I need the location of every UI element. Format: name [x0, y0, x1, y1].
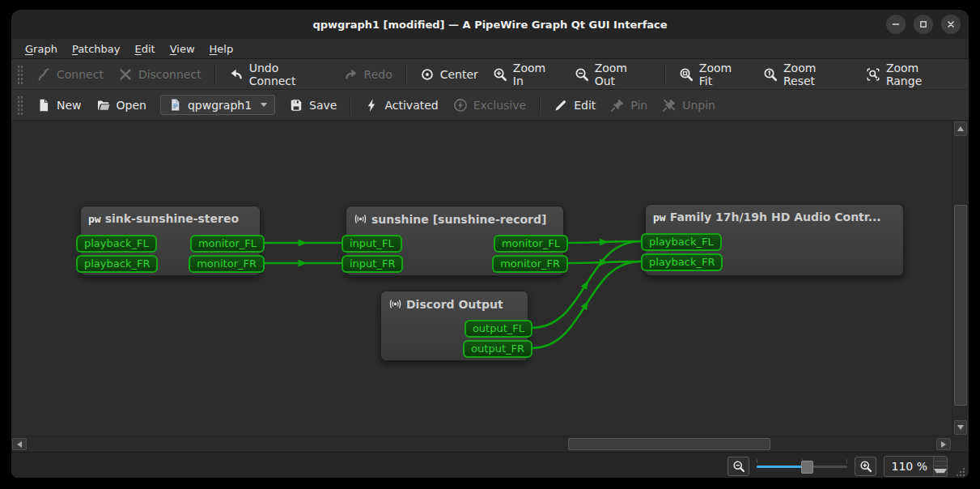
node-title: sink-sunshine-stereo: [105, 212, 239, 225]
menu-help[interactable]: Help: [202, 41, 241, 57]
port-monitor_FR[interactable]: monitor_FR: [189, 255, 265, 273]
activated-button[interactable]: Activated: [357, 95, 445, 116]
toolbar-button-label: Zoom Fit: [699, 62, 749, 87]
zoom-value[interactable]: 110 %: [885, 457, 933, 476]
minimize-button[interactable]: [886, 15, 906, 34]
zoom-out-icon: [575, 67, 589, 82]
zoom-reset-icon: [763, 67, 778, 82]
window-controls: [886, 15, 961, 34]
app-window: qpwgraph1 [modified] — A PipeWire Graph …: [11, 10, 969, 478]
zoom-out-button[interactable]: [728, 457, 749, 476]
scroll-right-button[interactable]: [936, 438, 951, 450]
scroll-left-button[interactable]: [12, 438, 27, 450]
port-playback_FL[interactable]: playback_FL: [76, 235, 157, 253]
slider-tick: [846, 459, 847, 463]
node-title: Family 17h/19h HD Audio Contr...: [670, 210, 881, 223]
zoom-fit-button[interactable]: Zoom Fit: [672, 58, 756, 91]
status-bar: 110 %: [11, 452, 969, 478]
toolbar-patchbay: NewOpenqpwgraph1SaveActivatedExclusiveEd…: [11, 90, 969, 121]
save-button[interactable]: Save: [282, 95, 344, 116]
node-title: sunshine [sunshine-record]: [371, 213, 546, 226]
menu-patchbay[interactable]: Patchbay: [65, 41, 128, 57]
pin-button[interactable]: Pin: [603, 95, 655, 116]
toolbar-button-label: Exclusive: [473, 99, 526, 112]
pipewire-icon: pw: [653, 212, 666, 223]
zoom-in-button[interactable]: Zoom In: [486, 58, 567, 91]
zoom-slider-handle[interactable]: [801, 461, 813, 474]
title-bar[interactable]: qpwgraph1 [modified] — A PipeWire Graph …: [11, 10, 969, 39]
port-playback_FL[interactable]: playback_FL: [641, 233, 722, 251]
close-button[interactable]: [941, 15, 961, 34]
toolbar-button-label: Save: [309, 99, 337, 112]
zoom-reset-button[interactable]: Zoom Reset: [756, 58, 859, 91]
toolbar-separator: [405, 65, 407, 84]
menu-view[interactable]: View: [163, 41, 202, 57]
toolbar-drag-handle[interactable]: [17, 96, 23, 115]
toolbar-separator: [214, 65, 216, 84]
toolbar-button-label: Unpin: [682, 99, 715, 112]
redo-button[interactable]: Redo: [337, 64, 400, 85]
scroll-up-button[interactable]: [954, 121, 967, 136]
port-output_FL[interactable]: output_FL: [465, 320, 532, 338]
spin-down-button[interactable]: [934, 466, 947, 476]
graph-node-family[interactable]: pwFamily 17h/19h HD Audio Contr...playba…: [645, 204, 904, 276]
scroll-down-button[interactable]: [954, 420, 967, 435]
zoom-slider[interactable]: [757, 458, 847, 474]
zoom-spinbox[interactable]: 110 %: [884, 456, 948, 477]
graph-node-sunshine[interactable]: sunshine [sunshine-record]input_FLinput_…: [346, 206, 564, 276]
open-button[interactable]: Open: [89, 95, 154, 116]
file-new-icon: [36, 98, 51, 113]
port-monitor_FR[interactable]: monitor_FR: [492, 255, 568, 273]
zoom-in-icon: [493, 67, 507, 82]
port-playback_FR[interactable]: playback_FR: [641, 253, 723, 271]
zoom-slider-fill: [757, 466, 807, 468]
zoom-range-icon: [866, 67, 880, 82]
disconnect-button[interactable]: Disconnect: [111, 64, 209, 85]
maximize-button[interactable]: [914, 15, 933, 34]
port-playback_FR[interactable]: playback_FR: [76, 255, 158, 273]
center-button[interactable]: Center: [413, 64, 486, 85]
exclusive-button[interactable]: Exclusive: [446, 95, 533, 116]
node-header: Discord Output: [381, 291, 528, 311]
horizontal-scrollbar[interactable]: [11, 436, 952, 452]
toolbar-drag-handle[interactable]: [17, 65, 23, 84]
bolt-icon: [364, 98, 379, 113]
undo-connect-button[interactable]: Undo Connect: [222, 58, 337, 91]
close-icon: [944, 18, 957, 31]
vertical-scrollbar[interactable]: [952, 121, 969, 436]
pipewire-icon: pw: [88, 214, 101, 224]
zoom-in-icon: [859, 460, 872, 473]
minimize-icon: [889, 18, 902, 31]
connect-button[interactable]: Connect: [29, 64, 111, 85]
graph-node-discord[interactable]: Discord Outputoutput_FLoutput_FR: [380, 291, 528, 361]
broadcast-icon: [388, 297, 402, 311]
work-area: pwsink-sunshine-stereoplayback_FLplaybac…: [11, 121, 969, 452]
menu-graph[interactable]: Graph: [18, 41, 65, 57]
zoom-out-button[interactable]: Zoom Out: [567, 58, 659, 91]
port-input_FL[interactable]: input_FL: [342, 235, 402, 253]
slider-tick: [757, 459, 757, 463]
spin-arrows: [933, 457, 947, 476]
disconnect-icon: [118, 67, 133, 82]
port-monitor_FL[interactable]: monitor_FL: [494, 235, 568, 253]
port-input_FR[interactable]: input_FR: [342, 255, 403, 273]
resize-grip[interactable]: [956, 467, 965, 477]
vertical-scrollbar-thumb[interactable]: [954, 205, 967, 406]
graph-canvas[interactable]: pwsink-sunshine-stereoplayback_FLplaybac…: [11, 121, 952, 436]
unpin-button[interactable]: Unpin: [655, 95, 723, 116]
new-button[interactable]: New: [29, 95, 89, 116]
zoom-in-button[interactable]: [855, 457, 876, 476]
edit-button[interactable]: Edit: [546, 95, 603, 116]
menu-edit[interactable]: Edit: [128, 41, 163, 57]
port-monitor_FL[interactable]: monitor_FL: [190, 235, 265, 253]
patchbay-profile-combobox[interactable]: qpwgraph1: [160, 95, 275, 115]
toolbar-graph: ConnectDisconnectUndo ConnectRedoCenterZ…: [11, 59, 969, 90]
toolbar-button-label: Zoom Range: [886, 62, 958, 87]
node-header: pwsink-sunshine-stereo: [81, 206, 260, 225]
port-output_FR[interactable]: output_FR: [463, 340, 532, 358]
graph-node-sink[interactable]: pwsink-sunshine-stereoplayback_FLplaybac…: [80, 206, 261, 276]
zoom-range-button[interactable]: Zoom Range: [859, 58, 965, 91]
spin-up-button[interactable]: [934, 457, 947, 467]
horizontal-scrollbar-thumb[interactable]: [568, 438, 770, 450]
toolbar-separator: [539, 96, 541, 115]
